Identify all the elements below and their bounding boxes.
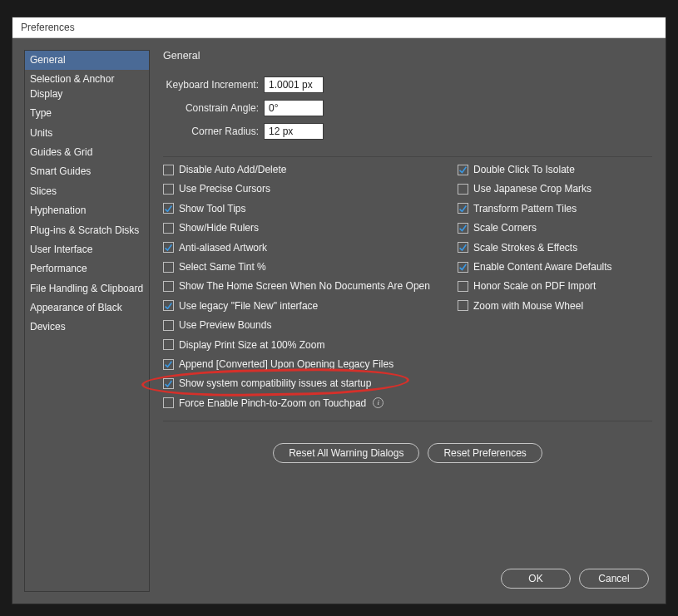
checkbox-row[interactable]: Use Precise Cursors bbox=[163, 183, 448, 195]
checkbox-row[interactable]: Transform Pattern Tiles bbox=[458, 203, 652, 214]
checkbox-icon[interactable] bbox=[163, 184, 174, 195]
checkbox-icon[interactable] bbox=[458, 165, 468, 175]
checkbox-icon[interactable] bbox=[163, 223, 174, 234]
checkbox-icon[interactable] bbox=[163, 300, 174, 311]
checkbox-row[interactable]: Double Click To Isolate bbox=[458, 164, 652, 175]
checkbox-label: Use legacy "File New" interface bbox=[179, 300, 318, 312]
sidebar-item[interactable]: User Interface bbox=[25, 240, 149, 259]
checkbox-row[interactable]: Display Print Size at 100% Zoom bbox=[163, 339, 448, 351]
checkbox-row[interactable]: Scale Strokes & Effects bbox=[458, 242, 652, 254]
check-column-left: Disable Auto Add/DeleteUse Precise Curso… bbox=[163, 164, 448, 409]
checkbox-label: Transform Pattern Tiles bbox=[473, 203, 577, 214]
checkbox-label: Display Print Size at 100% Zoom bbox=[179, 339, 324, 351]
checkbox-icon[interactable] bbox=[458, 203, 468, 214]
checkbox-label: Use Precise Cursors bbox=[179, 183, 270, 195]
checkbox-label: Anti-aliased Artwork bbox=[179, 242, 267, 254]
reset-warnings-button[interactable]: Reset All Warning Dialogs bbox=[273, 443, 419, 463]
category-sidebar: GeneralSelection & Anchor DisplayTypeUni… bbox=[24, 50, 150, 592]
checkbox-row[interactable]: Anti-aliased Artwork bbox=[163, 242, 448, 254]
input-corner-radius[interactable] bbox=[264, 123, 324, 140]
checkbox-row[interactable]: Use legacy "File New" interface bbox=[163, 300, 448, 312]
checkbox-icon[interactable] bbox=[163, 320, 174, 331]
top-form: Keyboard Increment: Constrain Angle: Cor… bbox=[163, 76, 652, 140]
checkbox-row[interactable]: Enable Content Aware Defaults bbox=[458, 261, 652, 273]
sidebar-item[interactable]: Performance bbox=[25, 259, 149, 278]
checkbox-row[interactable]: Append [Converted] Upon Opening Legacy F… bbox=[163, 358, 448, 370]
checkbox-row[interactable]: Force Enable Pinch-to-Zoom on Touchpadi bbox=[163, 397, 448, 409]
checkbox-icon[interactable] bbox=[163, 378, 174, 389]
preferences-window: Preferences GeneralSelection & Anchor Di… bbox=[12, 17, 666, 604]
checkbox-icon[interactable] bbox=[458, 281, 468, 292]
checkbox-icon[interactable] bbox=[163, 203, 174, 214]
reset-preferences-button[interactable]: Reset Preferences bbox=[428, 443, 542, 463]
checkbox-label: Enable Content Aware Defaults bbox=[473, 261, 612, 273]
checkbox-label: Use Preview Bounds bbox=[179, 319, 271, 331]
checkbox-label: Show The Home Screen When No Documents A… bbox=[179, 280, 430, 292]
checkbox-label: Double Click To Isolate bbox=[473, 164, 575, 175]
input-keyboard-increment[interactable] bbox=[264, 76, 324, 93]
checkbox-icon[interactable] bbox=[163, 359, 174, 370]
sidebar-item[interactable]: Guides & Grid bbox=[25, 143, 149, 162]
checkbox-label: Honor Scale on PDF Import bbox=[473, 280, 596, 292]
dialog-footer: OK Cancel bbox=[501, 569, 649, 589]
row-corner-radius: Corner Radius: bbox=[163, 123, 652, 140]
checkbox-label: Disable Auto Add/Delete bbox=[179, 164, 286, 175]
cancel-button[interactable]: Cancel bbox=[579, 569, 649, 589]
label-keyboard-increment: Keyboard Increment: bbox=[163, 79, 259, 91]
checkbox-icon[interactable] bbox=[458, 300, 468, 311]
window-body: GeneralSelection & Anchor DisplayTypeUni… bbox=[12, 38, 666, 604]
checkbox-icon[interactable] bbox=[458, 242, 468, 253]
checkbox-row[interactable]: Honor Scale on PDF Import bbox=[458, 280, 652, 292]
checkbox-row[interactable]: Use Preview Bounds bbox=[163, 319, 448, 331]
label-corner-radius: Corner Radius: bbox=[163, 126, 259, 137]
sidebar-item[interactable]: Devices bbox=[25, 318, 149, 337]
section-title: General bbox=[163, 50, 652, 62]
checkbox-icon[interactable] bbox=[458, 262, 468, 273]
checkbox-label: Show/Hide Rulers bbox=[179, 222, 259, 234]
checkbox-label: Show system compatibility issues at star… bbox=[179, 377, 371, 389]
input-constrain-angle[interactable] bbox=[264, 100, 324, 116]
sidebar-item[interactable]: Appearance of Black bbox=[25, 298, 149, 318]
checkbox-label: Select Same Tint % bbox=[179, 261, 266, 273]
checkbox-row[interactable]: Use Japanese Crop Marks bbox=[458, 183, 652, 195]
main-panel: General Keyboard Increment: Constrain An… bbox=[163, 50, 652, 592]
reset-button-row: Reset All Warning Dialogs Reset Preferen… bbox=[163, 443, 652, 463]
label-constrain-angle: Constrain Angle: bbox=[163, 102, 259, 114]
row-keyboard-increment: Keyboard Increment: bbox=[163, 76, 652, 93]
ok-button[interactable]: OK bbox=[501, 569, 571, 589]
checkbox-row[interactable]: Show Tool Tips bbox=[163, 203, 448, 214]
checkbox-label: Scale Corners bbox=[473, 222, 537, 234]
sidebar-item[interactable]: Slices bbox=[25, 182, 149, 201]
sidebar-item[interactable]: Smart Guides bbox=[25, 162, 149, 181]
sidebar-item[interactable]: Selection & Anchor Display bbox=[25, 70, 149, 104]
sidebar-item[interactable]: Units bbox=[25, 124, 149, 143]
sidebar-item[interactable]: Plug-ins & Scratch Disks bbox=[25, 221, 149, 240]
checkbox-icon[interactable] bbox=[163, 165, 174, 175]
checkbox-row[interactable]: Scale Corners bbox=[458, 222, 652, 234]
sidebar-item[interactable]: Hyphenation bbox=[25, 201, 149, 220]
checkbox-row[interactable]: Show The Home Screen When No Documents A… bbox=[163, 280, 448, 292]
check-column-right: Double Click To IsolateUse Japanese Crop… bbox=[458, 164, 652, 409]
divider bbox=[163, 156, 652, 157]
checkbox-label: Use Japanese Crop Marks bbox=[473, 183, 591, 195]
check-columns: Disable Auto Add/DeleteUse Precise Curso… bbox=[163, 164, 652, 409]
checkbox-row[interactable]: Show/Hide Rulers bbox=[163, 222, 448, 234]
checkbox-row[interactable]: Zoom with Mouse Wheel bbox=[458, 300, 652, 312]
checkbox-label: Force Enable Pinch-to-Zoom on Touchpad bbox=[179, 397, 366, 409]
sidebar-item[interactable]: File Handling & Clipboard bbox=[25, 279, 149, 298]
checkbox-icon[interactable] bbox=[163, 339, 174, 350]
checkbox-row[interactable]: Disable Auto Add/Delete bbox=[163, 164, 448, 175]
checkbox-icon[interactable] bbox=[458, 184, 468, 195]
checkbox-icon[interactable] bbox=[163, 397, 174, 408]
window-title: Preferences bbox=[12, 17, 666, 38]
info-icon[interactable]: i bbox=[373, 397, 384, 408]
checkbox-icon[interactable] bbox=[163, 281, 174, 292]
divider bbox=[163, 421, 652, 421]
sidebar-item[interactable]: General bbox=[25, 51, 149, 70]
checkbox-row[interactable]: Show system compatibility issues at star… bbox=[163, 377, 448, 389]
checkbox-icon[interactable] bbox=[163, 262, 174, 273]
checkbox-row[interactable]: Select Same Tint % bbox=[163, 261, 448, 273]
checkbox-icon[interactable] bbox=[163, 242, 174, 253]
checkbox-icon[interactable] bbox=[458, 223, 468, 234]
sidebar-item[interactable]: Type bbox=[25, 104, 149, 123]
